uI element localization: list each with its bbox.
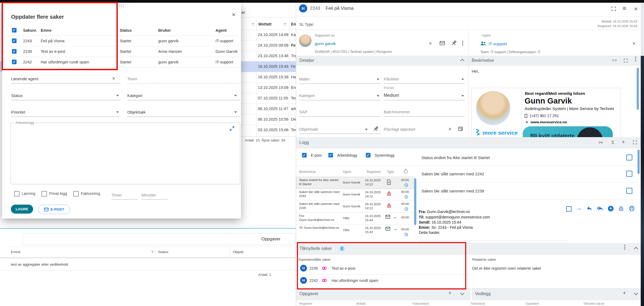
batchnummer-input[interactable]: Batchnummer	[384, 109, 410, 114]
linked-case-title[interactable]: Test av e-post	[332, 266, 355, 270]
html-source-icon[interactable]: < >	[612, 58, 617, 62]
log-row-text[interactable]: Saken ble slått sammen med 2239	[299, 202, 340, 210]
tools-icon[interactable]	[373, 126, 378, 132]
expand-textarea-icon[interactable]	[230, 126, 234, 131]
fullscreen-icon[interactable]	[611, 7, 616, 11]
filter-icon[interactable]	[251, 23, 255, 26]
losning-checkbox[interactable]	[14, 191, 20, 197]
cell-mottatt[interactable]: 03.10.2025 15:06	[258, 128, 288, 132]
linked-case-id[interactable]: 2242	[309, 278, 318, 283]
pavirker-dropdown[interactable]: Påvirker	[384, 77, 399, 82]
remove-agent-icon[interactable]: ×	[632, 40, 636, 47]
status-dropdown[interactable]: Status	[11, 93, 23, 98]
select-all-checkbox[interactable]	[12, 28, 17, 33]
column-header-emne[interactable]: Emne	[11, 250, 20, 254]
agent-name-link[interactable]: IT-support	[488, 41, 507, 46]
losende-agent-field[interactable]: Løsende agent	[11, 76, 38, 81]
case-row-checkbox[interactable]	[12, 38, 17, 43]
planlagt-oppstart-input[interactable]: Planlagt oppstart	[384, 127, 415, 132]
lock-icon[interactable]	[619, 206, 623, 211]
minutter-input[interactable]: Minutter	[141, 193, 156, 197]
dropdown-caret-icon[interactable]	[234, 111, 237, 113]
log-table-scrollbar[interactable]	[414, 178, 416, 225]
log-entry-checkbox[interactable]	[626, 154, 632, 160]
signature-website-link[interactable]: www.moreservice.no	[531, 120, 567, 124]
oppgave-row-emne[interactable]: test av aggregater etter vedlikehold	[11, 262, 68, 266]
panel-menu-icon[interactable]: ≡	[623, 5, 626, 12]
log-row-text[interactable]: Saken ble slått sammen med 2242	[299, 190, 340, 198]
prioritet-dropdown[interactable]: Prioritet	[11, 110, 25, 114]
dropdown-caret-icon[interactable]	[377, 95, 379, 97]
epost-filter-checkbox[interactable]	[302, 153, 307, 157]
fullscreen-icon[interactable]	[624, 59, 628, 63]
case-row-checkbox[interactable]	[12, 49, 17, 54]
case-row-checkbox[interactable]	[12, 60, 17, 64]
oppgaver-drop-bar[interactable]	[23, 233, 295, 245]
fakturering-checkbox[interactable]	[73, 191, 79, 197]
forward-arrow-icon[interactable]: →	[576, 205, 582, 212]
cell-mottatt[interactable]: 06.10.2025 10:56	[258, 117, 288, 121]
log-entry-text[interactable]: Status endret fra Ikke startet til Start…	[421, 155, 490, 160]
filter-icon[interactable]	[283, 23, 287, 26]
kategori-dropdown[interactable]: Kategori	[127, 93, 142, 98]
objektsok-dropdown[interactable]: Objektsøk	[299, 127, 318, 132]
reply-icon[interactable]	[587, 206, 592, 211]
log-pane-scrollbar[interactable]	[637, 150, 640, 174]
arbeidslogg-filter-checkbox[interactable]	[328, 153, 333, 157]
add-vedlegg-icon[interactable]: +	[623, 290, 626, 296]
dropdown-caret-icon[interactable]	[234, 95, 237, 96]
sap-input[interactable]: SAP	[299, 109, 307, 114]
printer-icon[interactable]	[629, 206, 635, 211]
dropdown-caret-icon[interactable]	[116, 111, 119, 113]
timer-input[interactable]: Timer	[112, 193, 122, 197]
reporter-avatar[interactable]	[299, 34, 312, 47]
maler-dropdown[interactable]: Maler	[299, 77, 310, 82]
clear-icon[interactable]: ×	[112, 75, 115, 82]
fullscreen-icon[interactable]	[633, 140, 637, 144]
reporter-name-link[interactable]: gunn garvik	[315, 41, 336, 46]
log-col-beskrivelse[interactable]: Beskrivelse	[299, 170, 316, 174]
email-select-checkbox[interactable]	[566, 206, 572, 212]
panel-close-icon[interactable]: ×	[634, 5, 638, 13]
column-header-objekt[interactable]: Objekt	[233, 250, 243, 254]
dropdown-caret-icon[interactable]	[461, 79, 464, 80]
filter-icon[interactable]	[151, 250, 154, 254]
add-circle-icon[interactable]: +	[608, 206, 614, 211]
beskrivelse-more-icon[interactable]	[635, 59, 636, 60]
dropdown-caret-icon[interactable]	[461, 95, 464, 97]
calendar-icon[interactable]	[458, 126, 463, 131]
dialog-close-icon[interactable]: ×	[232, 11, 236, 18]
column-header-mottatt[interactable]: Mottatt	[258, 22, 271, 26]
add-oppgave-icon[interactable]: +	[448, 290, 452, 296]
log-entry-checkbox[interactable]	[626, 188, 632, 194]
log-entry-text[interactable]: Saken ble slått sammen med 2239	[421, 189, 484, 193]
log-col-agent[interactable]: Agent	[343, 170, 351, 174]
prioritet-value[interactable]: Medium	[384, 93, 399, 98]
epost-button[interactable]: E-POST	[38, 205, 70, 214]
cell-mottatt[interactable]: 24.10.2025 14:09	[258, 33, 288, 37]
cell-mottatt[interactable]: 06.10.2025 11:47	[258, 107, 288, 111]
linked-case-title[interactable]: Har utfordringer rundt spam	[332, 278, 378, 283]
dropdown-caret-icon[interactable]	[365, 129, 368, 130]
team-field[interactable]: Team	[127, 76, 137, 81]
beskrivelse-scrollbar[interactable]	[637, 68, 639, 110]
drag-handle-icon[interactable]	[119, 4, 120, 5]
log-row-text[interactable]: Fra: Gunn.Garvik@technet.no	[299, 214, 340, 222]
collapse-horizontal-icon[interactable]: ><	[599, 140, 603, 144]
linked-case-id[interactable]: 2239	[309, 266, 318, 270]
reporter-more-icon[interactable]	[462, 43, 463, 44]
log-entry-checkbox[interactable]	[626, 171, 632, 177]
objektsok-dropdown[interactable]: Objektsøk	[127, 110, 146, 114]
column-header-status[interactable]: Status	[158, 250, 168, 254]
dropdown-caret-icon[interactable]	[116, 95, 119, 96]
remove-reporter-icon[interactable]: ×	[429, 40, 432, 47]
add-log-icon[interactable]: +	[622, 139, 625, 145]
log-row-text[interactable]: Status endret fra Ikke startet til Start…	[299, 178, 340, 186]
cell-mottatt[interactable]: 07.10.2025 11:55	[258, 96, 288, 100]
clear-date-icon[interactable]: ×	[448, 126, 452, 132]
log-row-text[interactable]: Til: Gunn.Garvik@technet.no	[299, 226, 340, 230]
compress-icon[interactable]	[611, 140, 615, 144]
lagre-button[interactable]: LAGRE	[11, 205, 33, 214]
stopwatch-icon[interactable]	[404, 169, 408, 174]
arbeidslogg-textarea[interactable]	[11, 123, 240, 184]
